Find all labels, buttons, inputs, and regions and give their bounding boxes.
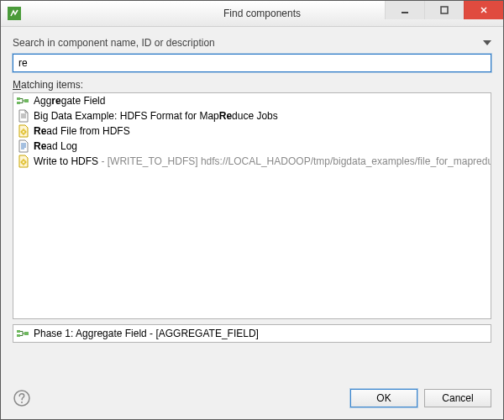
svg-rect-6 — [17, 97, 20, 100]
list-item-label: Write to HDFS - [WRITE_TO_HDFS] hdfs://L… — [34, 155, 491, 167]
file-gear-icon — [17, 124, 30, 138]
dialog-body: Search in component name, ID or descript… — [1, 27, 503, 379]
search-options-dropdown[interactable] — [483, 40, 491, 45]
list-item-label: Aggregate Field — [34, 95, 105, 107]
document-icon — [17, 109, 30, 123]
matching-items-label: Matching items: — [13, 79, 491, 91]
list-item-label: Read File from HDFS — [34, 125, 130, 137]
dialog-window: Find components Search in component name… — [0, 0, 504, 420]
list-item[interactable]: Aggregate Field — [13, 93, 491, 108]
app-icon — [8, 7, 21, 20]
button-row: OK Cancel — [1, 379, 503, 419]
log-icon — [17, 139, 30, 153]
minimize-button[interactable] — [385, 1, 424, 19]
ok-button[interactable]: OK — [350, 389, 417, 407]
svg-point-23 — [23, 161, 24, 163]
svg-point-32 — [21, 402, 23, 403]
close-button[interactable] — [464, 1, 503, 19]
window-controls — [385, 1, 503, 19]
aggregate-icon — [17, 94, 30, 108]
list-item-label: Read Log — [34, 140, 77, 152]
svg-rect-8 — [24, 99, 29, 102]
status-row: Phase 1: Aggregate Field - [AGGREGATE_FI… — [13, 324, 491, 343]
help-icon[interactable] — [13, 389, 31, 407]
aggregate-icon — [17, 327, 30, 340]
search-label: Search in component name, ID or descript… — [13, 37, 215, 49]
file-gear-icon — [17, 155, 30, 168]
maximize-button[interactable] — [424, 1, 464, 19]
list-item[interactable]: Read File from HDFS — [13, 123, 491, 139]
status-text: Phase 1: Aggregate Field - [AGGREGATE_FI… — [34, 328, 259, 339]
list-item[interactable]: Write to HDFS - [WRITE_TO_HDFS] hdfs://L… — [13, 154, 491, 169]
svg-marker-5 — [483, 40, 491, 45]
svg-rect-30 — [24, 332, 29, 335]
cancel-button[interactable]: Cancel — [424, 389, 491, 407]
list-item[interactable]: Big Data Example: HDFS Format for MapRed… — [13, 108, 491, 123]
titlebar: Find components — [1, 1, 503, 27]
svg-rect-7 — [17, 102, 20, 104]
svg-point-13 — [23, 131, 24, 133]
svg-rect-29 — [17, 334, 20, 337]
svg-rect-1 — [402, 12, 408, 13]
list-item-label: Big Data Example: HDFS Format for MapRed… — [34, 110, 278, 122]
list-item[interactable]: Read Log — [13, 139, 491, 154]
svg-rect-28 — [17, 330, 20, 333]
svg-rect-2 — [441, 7, 448, 13]
results-list[interactable]: Aggregate FieldBig Data Example: HDFS Fo… — [13, 92, 491, 319]
search-label-row: Search in component name, ID or descript… — [13, 37, 491, 49]
search-input[interactable] — [13, 54, 491, 72]
